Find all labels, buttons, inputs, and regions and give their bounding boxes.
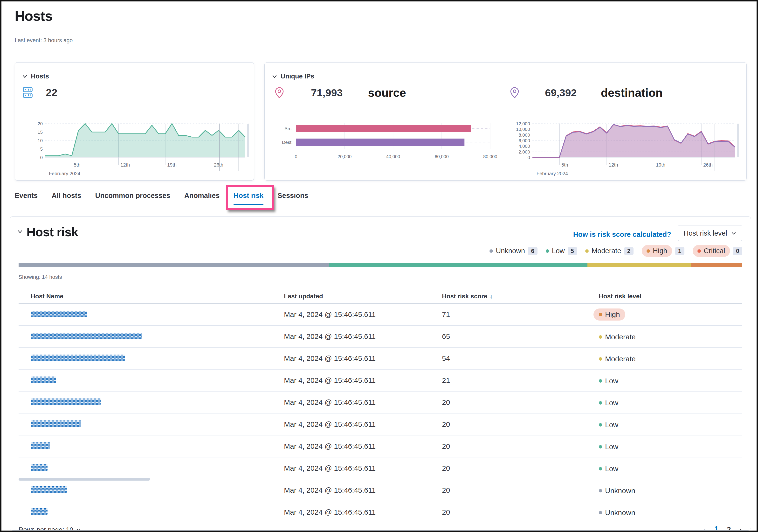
last-updated-cell: Mar 4, 2024 @ 15:46:45.611 xyxy=(284,420,442,428)
svg-text:Dest.: Dest. xyxy=(282,140,293,145)
table-row: Mar 4, 2024 @ 15:46:45.61120Low xyxy=(18,392,742,413)
host-name-link[interactable] xyxy=(31,333,142,339)
distribution-segment-high xyxy=(691,263,742,267)
host-risk-score-cell: 20 xyxy=(442,508,599,516)
high-count-badge: 1 xyxy=(675,247,684,255)
next-page-button[interactable]: › xyxy=(739,526,742,531)
svg-text:26th: 26th xyxy=(214,162,224,167)
moderate-dot-icon xyxy=(585,249,589,253)
host-name-link[interactable] xyxy=(31,443,50,449)
svg-text:Src.: Src. xyxy=(285,126,293,131)
last-updated-cell: Mar 4, 2024 @ 15:46:45.611 xyxy=(284,310,442,319)
table-row: Mar 4, 2024 @ 15:46:45.61171High xyxy=(18,304,742,326)
collapse-chevron-icon[interactable] xyxy=(17,229,23,234)
unknown-dot-icon xyxy=(490,249,493,253)
page-2-button[interactable]: 2 xyxy=(727,525,731,531)
column-header-host-risk-score[interactable]: Host risk score↓ xyxy=(442,293,599,300)
distribution-segment-moderate xyxy=(587,263,691,267)
host-risk-level-cell: Low xyxy=(599,420,742,429)
rows-per-page-button[interactable]: Rows per page: 10 xyxy=(18,526,81,531)
tab-host-risk[interactable]: Host risk xyxy=(233,192,263,205)
svg-text:20,000: 20,000 xyxy=(337,154,352,159)
host-name-link[interactable] xyxy=(31,311,87,317)
table-header-row: Host Name Last updated Host risk score↓ … xyxy=(18,289,742,304)
table-footer: Rows per page: 10 ‹ 1 2 › xyxy=(18,521,742,531)
collapse-chevron-icon[interactable] xyxy=(22,74,27,79)
risk-legend: Unknown 6 Low 5 Moderate 2 High 1 Critic… xyxy=(490,245,742,257)
host-risk-level-cell: Low xyxy=(599,376,742,385)
collapse-chevron-icon[interactable] xyxy=(272,74,277,79)
table-row: Mar 4, 2024 @ 15:46:45.61120Low xyxy=(18,457,742,479)
hosts-kpi-panel: Hosts 22 051015205th12th19th26thFebruary… xyxy=(15,62,254,181)
moderate-dot-icon xyxy=(599,335,602,339)
svg-text:0: 0 xyxy=(40,155,43,160)
legend-item-unknown: Unknown 6 xyxy=(490,247,537,255)
svg-text:60,000: 60,000 xyxy=(435,154,449,159)
svg-text:2,000: 2,000 xyxy=(518,149,530,155)
svg-text:19th: 19th xyxy=(167,162,177,167)
distribution-segment-unknown xyxy=(18,263,329,267)
tab-uncommon-processes[interactable]: Uncommon processes xyxy=(95,192,170,205)
page-1-button[interactable]: 1 xyxy=(714,525,718,531)
svg-text:12th: 12th xyxy=(609,162,618,167)
last-updated-cell: Mar 4, 2024 @ 15:46:45.611 xyxy=(284,486,442,494)
host-name-link[interactable] xyxy=(31,464,48,471)
svg-text:20: 20 xyxy=(38,121,43,126)
tab-sessions[interactable]: Sessions xyxy=(277,192,308,205)
column-header-last-updated[interactable]: Last updated xyxy=(284,293,442,300)
last-updated-cell: Mar 4, 2024 @ 15:46:45.611 xyxy=(284,398,442,407)
svg-text:February 2024: February 2024 xyxy=(536,171,568,176)
svg-text:10,000: 10,000 xyxy=(516,127,530,132)
svg-text:10: 10 xyxy=(38,138,43,143)
destination-pin-icon xyxy=(509,87,520,99)
last-updated-cell: Mar 4, 2024 @ 15:46:45.611 xyxy=(284,508,442,516)
svg-text:8,000: 8,000 xyxy=(518,132,530,138)
host-risk-level-cell: Moderate xyxy=(599,332,742,341)
host-risk-table-body: Mar 4, 2024 @ 15:46:45.61171HighMar 4, 2… xyxy=(18,304,742,523)
low-count-badge: 5 xyxy=(568,247,577,255)
unknown-dot-icon xyxy=(599,511,602,514)
host-risk-level-cell: Low xyxy=(599,442,742,451)
host-risk-score-cell: 20 xyxy=(442,486,599,494)
host-name-link[interactable] xyxy=(31,508,48,514)
legend-item-low: Low 5 xyxy=(546,247,577,255)
host-risk-level-filter-button[interactable]: Host risk level xyxy=(678,225,742,241)
svg-text:0: 0 xyxy=(295,154,297,159)
column-header-host-name[interactable]: Host Name xyxy=(31,293,284,300)
host-risk-level-cell: Low xyxy=(599,398,742,407)
host-name-link[interactable] xyxy=(31,376,56,383)
unique-ips-kpi-panel: Unique IPs 71,993 source 69,392 destinat… xyxy=(264,62,747,181)
low-dot-icon xyxy=(599,401,602,405)
hosts-tab-bar: Events All hosts Uncommon processes Anom… xyxy=(15,192,308,205)
host-name-link[interactable] xyxy=(31,399,101,405)
legend-item-critical: Critical 0 xyxy=(693,245,742,257)
source-ips-count: 71,993 xyxy=(311,87,343,99)
column-header-host-risk-level[interactable]: Host risk level xyxy=(599,293,742,300)
risk-distribution-bar xyxy=(18,263,742,267)
host-name-link[interactable] xyxy=(31,355,125,361)
svg-text:40,000: 40,000 xyxy=(386,154,400,159)
tab-events[interactable]: Events xyxy=(15,192,38,205)
tab-all-hosts[interactable]: All hosts xyxy=(52,192,81,205)
host-name-link[interactable] xyxy=(31,486,67,493)
unique-ips-bar-chart: 020,00040,00060,00080,000Src.Dest. xyxy=(272,121,501,162)
destination-ips-count: 69,392 xyxy=(545,87,577,99)
previous-page-button[interactable]: ‹ xyxy=(703,526,706,531)
hosts-panel-title: Hosts xyxy=(31,73,49,80)
high-dot-icon xyxy=(599,313,602,316)
chevron-down-icon xyxy=(731,231,736,236)
hosts-area-chart: 051015205th12th19th26thFebruary 2024 xyxy=(20,121,249,178)
low-dot-icon xyxy=(599,379,602,383)
tab-anomalies[interactable]: Anomalies xyxy=(184,192,220,205)
host-risk-panel: Host risk How is risk score calculated? … xyxy=(10,216,751,531)
host-risk-level-cell: Unknown xyxy=(599,486,742,495)
table-row: Mar 4, 2024 @ 15:46:45.61154Moderate xyxy=(18,348,742,370)
svg-text:5: 5 xyxy=(40,147,43,152)
low-dot-icon xyxy=(599,423,602,427)
host-name-link[interactable] xyxy=(31,420,81,427)
legend-item-moderate: Moderate 2 xyxy=(585,247,634,255)
svg-text:12,000: 12,000 xyxy=(516,121,530,126)
source-pin-icon xyxy=(274,87,285,99)
hosts-page: Hosts Last event: 3 hours ago Hosts 22 0… xyxy=(0,0,758,532)
risk-score-help-link[interactable]: How is risk score calculated? xyxy=(573,231,671,238)
